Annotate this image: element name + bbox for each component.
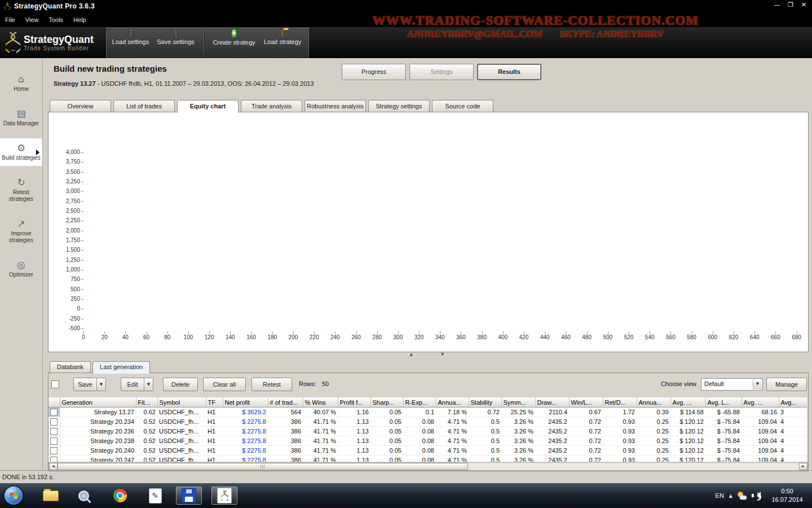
horizontal-scrollbar[interactable]: ◄ ► bbox=[48, 462, 808, 471]
view-buttons: ProgressSettingsResults bbox=[342, 64, 541, 80]
sidebar-item-data-manager[interactable]: ▤Data Manager bbox=[0, 104, 42, 132]
column-header[interactable]: Symbol bbox=[157, 397, 206, 408]
sidebar-item-optimizer[interactable]: ◎Optimizer bbox=[0, 255, 42, 283]
load-strategy-button[interactable]: Load strategy bbox=[261, 30, 304, 55]
sidebar-item-retest-strategies[interactable]: ↻Retest strategies bbox=[0, 173, 42, 207]
tab-last-generation[interactable]: Last generation bbox=[92, 361, 150, 374]
scroll-right-icon[interactable]: ► bbox=[799, 463, 807, 470]
column-header[interactable]: Symm... bbox=[501, 397, 535, 408]
save-settings-button[interactable]: Save settings bbox=[155, 30, 197, 55]
tab-robustness-analysis[interactable]: Robustness analysis bbox=[304, 100, 366, 112]
column-header[interactable]: Annua... bbox=[436, 397, 469, 408]
menu-tools[interactable]: Tools bbox=[43, 12, 68, 27]
tab-list-of-trades[interactable]: List of trades bbox=[113, 100, 175, 112]
table-row[interactable]: Strategy 20.2420.52USDCHF_fh...H1$ 2275.… bbox=[48, 456, 807, 462]
toolbar-button-label: Save settings bbox=[155, 38, 197, 45]
table-row[interactable]: Strategy 20.2380.52USDCHF_fh...H1$ 2275.… bbox=[48, 436, 807, 446]
start-button[interactable] bbox=[5, 487, 23, 505]
column-header[interactable]: R-Exp... bbox=[403, 397, 436, 408]
column-header[interactable]: Profit f... bbox=[338, 397, 370, 408]
tab-overview[interactable]: Overview bbox=[50, 100, 111, 112]
row-checkbox[interactable] bbox=[50, 447, 58, 454]
sidebar: ⌂Home▤Data Manager⚙Build strategies↻Rete… bbox=[0, 58, 43, 470]
taskbar-strategyquant-button[interactable] bbox=[211, 487, 237, 505]
column-header[interactable]: Avg... bbox=[779, 397, 807, 408]
row-checkbox[interactable] bbox=[50, 437, 58, 445]
column-header[interactable]: Sharp... bbox=[370, 397, 403, 408]
manage-button[interactable]: Manage bbox=[766, 378, 807, 391]
speaker-icon[interactable] bbox=[752, 492, 762, 500]
taskbar-search-button[interactable] bbox=[70, 487, 96, 505]
settings-button[interactable]: Settings bbox=[409, 64, 474, 80]
tab-trade-analysis[interactable]: Trade analysis bbox=[241, 100, 302, 112]
column-header[interactable]: Generation bbox=[60, 397, 136, 408]
maximize-icon[interactable]: ❐ bbox=[788, 1, 793, 8]
equity-chart-panel bbox=[48, 112, 809, 352]
create-strategy-button[interactable]: + Create strategy bbox=[211, 30, 257, 55]
language-indicator[interactable]: EN bbox=[716, 492, 724, 499]
column-header[interactable]: Annua... bbox=[637, 397, 670, 408]
column-header[interactable]: Net profit bbox=[223, 397, 268, 408]
progress-button[interactable]: Progress bbox=[342, 64, 406, 80]
weather-tray-icon[interactable] bbox=[738, 492, 747, 500]
minimize-icon[interactable]: — bbox=[774, 1, 780, 8]
system-tray: EN ▲ 0:50 16.07.2014 bbox=[716, 483, 807, 508]
status-bar: DONE in 53.192 s. bbox=[0, 470, 812, 483]
choose-view-select[interactable]: Default ▼ bbox=[701, 378, 763, 391]
column-header[interactable]: # of trad... bbox=[268, 397, 303, 408]
table-row[interactable]: Strategy 20.2340.52USDCHF_fh...H1$ 2275.… bbox=[48, 417, 807, 427]
row-checkbox[interactable] bbox=[50, 428, 58, 435]
table-row[interactable]: Strategy 20.2360.52USDCHF_fh...H1$ 2275.… bbox=[48, 427, 807, 436]
edit-button-label: Edit bbox=[121, 378, 144, 391]
column-header[interactable]: Avg. ... bbox=[670, 397, 705, 408]
save-settings-icon bbox=[175, 29, 176, 37]
databank-tabs: DatabankLast generation bbox=[50, 361, 152, 374]
column-header[interactable]: TF bbox=[206, 397, 223, 408]
taskbar-clock[interactable]: 0:50 16.07.2014 bbox=[767, 487, 807, 504]
save-button[interactable]: Save ▼ bbox=[73, 378, 106, 391]
menu-file[interactable]: File bbox=[0, 12, 20, 27]
taskbar-editor-button[interactable]: ✎ bbox=[142, 487, 168, 505]
menu-help[interactable]: Help bbox=[68, 12, 91, 27]
tab-databank[interactable]: Databank bbox=[50, 361, 91, 373]
table-row[interactable]: Strategy 20.2400.52USDCHF_fh...H1$ 2275.… bbox=[48, 446, 807, 456]
column-header[interactable]: Win/L... bbox=[569, 397, 603, 408]
delete-button[interactable]: Delete bbox=[163, 378, 198, 391]
scrollbar-thumb[interactable] bbox=[58, 463, 468, 470]
panel-splitter[interactable]: ▲ · · · · ▼ bbox=[48, 352, 807, 359]
edit-button[interactable]: Edit ▼ bbox=[121, 378, 153, 391]
table-row[interactable]: Strategy 13.270.62USDCHF_fh...H1$ 3629.2… bbox=[48, 408, 807, 417]
tab-strategy-settings[interactable]: Strategy settings bbox=[368, 100, 430, 112]
select-all-checkbox[interactable] bbox=[51, 380, 59, 388]
column-header[interactable]: Draw... bbox=[535, 397, 569, 408]
sidebar-item-build-strategies[interactable]: ⚙Build strategies bbox=[0, 138, 42, 166]
sidebar-item-label: Improve strategies bbox=[1, 230, 41, 244]
sidebar-item-improve-strategies[interactable]: ↗Improve strategies bbox=[0, 214, 42, 248]
close-icon[interactable]: ✕ bbox=[801, 1, 806, 8]
retest-button[interactable]: Retest bbox=[251, 378, 292, 391]
taskbar-chrome-button[interactable] bbox=[107, 487, 133, 505]
status-text: DONE in 53.192 s. bbox=[2, 474, 54, 480]
tab-equity-chart[interactable]: Equity chart bbox=[177, 100, 239, 113]
splitter-down-icon: ▼ bbox=[441, 352, 445, 357]
row-checkbox[interactable] bbox=[50, 409, 58, 416]
taskbar-explorer-button[interactable] bbox=[38, 487, 64, 505]
load-settings-button[interactable]: Load settings bbox=[109, 30, 152, 55]
tray-chevron-up-icon[interactable]: ▲ bbox=[729, 493, 732, 498]
column-header[interactable]: Stability bbox=[469, 397, 501, 408]
menu-view[interactable]: View bbox=[20, 12, 44, 27]
clear-all-button[interactable]: Clear all bbox=[203, 378, 246, 391]
sidebar-item-home[interactable]: ⌂Home bbox=[0, 69, 42, 97]
toolbar-separator bbox=[204, 30, 204, 54]
column-header[interactable]: % Wins bbox=[303, 397, 338, 408]
column-header[interactable]: Fit... bbox=[136, 397, 157, 408]
column-header[interactable]: Ret/D... bbox=[603, 397, 637, 408]
scroll-left-icon[interactable]: ◄ bbox=[49, 463, 58, 470]
row-checkbox[interactable] bbox=[50, 457, 58, 462]
column-header[interactable]: Avg. ... bbox=[742, 397, 779, 408]
taskbar-save-app-button[interactable] bbox=[176, 487, 202, 505]
row-checkbox[interactable] bbox=[50, 418, 58, 426]
results-button[interactable]: Results bbox=[477, 64, 541, 80]
column-header[interactable]: Avg. L... bbox=[705, 397, 742, 408]
tab-source-code[interactable]: Source code bbox=[432, 100, 493, 112]
